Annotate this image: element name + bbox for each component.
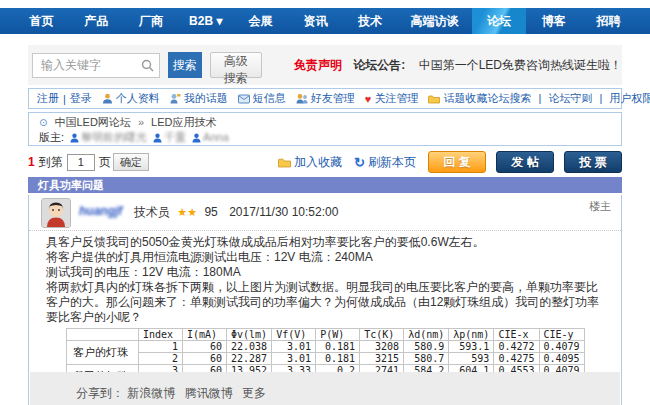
nav-tab-jobs[interactable]: 招聘 — [581, 8, 636, 34]
reply-button[interactable]: 回 复 — [428, 151, 486, 173]
moderators-label: 版主: — [39, 130, 64, 145]
login-link[interactable]: 登录 — [70, 91, 92, 106]
register-link[interactable]: 注册 — [37, 91, 59, 106]
moderators-row: 版主: 黎明前的曙光 千重 Anna — [39, 130, 611, 145]
post-paragraph: 将客户提供的灯具用恒流电源测试出电压：12V 电流：240MA — [46, 250, 607, 265]
nav-tab-news[interactable]: 资讯 — [288, 8, 343, 34]
advanced-search-button[interactable]: 高级搜索 — [210, 52, 262, 78]
table-cell: 580.9 — [404, 341, 449, 353]
share-link-sina[interactable]: 新浪微博 — [127, 386, 175, 400]
search-icon — [141, 58, 154, 76]
table-cell: 60 — [183, 353, 227, 365]
table-cell: 593.1 — [449, 341, 494, 353]
folder-icon — [428, 94, 440, 104]
nav-tab-home[interactable]: 首页 — [14, 8, 69, 34]
author-name[interactable]: huangjf — [79, 204, 122, 218]
share-link-more[interactable]: 更多 — [242, 386, 266, 400]
favorites-link[interactable]: 话题收藏 — [428, 91, 487, 106]
post-card: huangjf 技术员 ★★ 95 2017/11/30 10:52:00 楼主… — [28, 195, 622, 405]
search-band: 搜索 高级搜索 免责声明 论坛公告: 中国第一个LED免费咨询热线诞生啦！ — [28, 45, 622, 85]
table-header-cell: Vf(V) — [272, 329, 316, 341]
announcement-label: 论坛公告: — [353, 58, 405, 72]
refresh-icon: ↻ — [354, 155, 365, 170]
nav-tab-interviews[interactable]: 高端访谈 — [398, 8, 472, 34]
table-header-cell: CIE-y — [539, 329, 584, 341]
moderator-link[interactable]: 黎明前的曙光 — [70, 130, 147, 145]
avatar-image — [42, 199, 70, 227]
table-header-cell: Φv(lm) — [227, 329, 272, 341]
table-cell: 0.181 — [316, 353, 360, 365]
heart-icon: ♥ — [365, 93, 372, 105]
nav-tab-exhibition[interactable]: 会展 — [233, 8, 288, 34]
forum-rules-link[interactable]: 论坛守则 — [548, 92, 592, 104]
my-topics-link[interactable]: 我的话题 — [170, 91, 228, 106]
friends-icon — [296, 93, 308, 104]
nav-tab-forum[interactable]: 论坛 — [472, 8, 527, 34]
user-rights-link[interactable]: 用户权限 — [609, 92, 650, 104]
forum-home-link[interactable]: 中国LED网论坛 — [54, 116, 130, 128]
post-paragraph: 将两款灯具内的灯珠各拆下两颗，以上图片为测试数据。明显我司的电压要比客户的要高，… — [46, 280, 607, 325]
moderator-link[interactable]: Anna — [192, 130, 229, 145]
breadcrumb: ⊙ 中国LED网论坛 » LED应用技术 — [39, 115, 611, 130]
nav-tab-vendors[interactable]: 厂商 — [124, 8, 179, 34]
messages-link[interactable]: 短信息 — [238, 91, 286, 106]
moderator-icon — [153, 133, 162, 143]
table-cell: 1 — [139, 341, 183, 353]
moderator-link[interactable]: 千重 — [153, 130, 186, 145]
disclaimer-link[interactable]: 免责声明 — [294, 58, 342, 72]
nav-tab-products[interactable]: 产品 — [69, 8, 124, 34]
table-cell: 580.7 — [404, 353, 449, 365]
avatar[interactable] — [41, 198, 71, 228]
bullet-icon: ⊙ — [39, 117, 47, 128]
favorite-folder-icon — [278, 157, 291, 168]
table-cell: 3208 — [360, 341, 404, 353]
moderator-icon — [192, 133, 201, 143]
post-paragraph: 测试我司的电压：12V 电流：180MA — [46, 265, 607, 280]
share-link-tencent[interactable]: 腾讯微博 — [185, 386, 233, 400]
table-cell: 593 — [449, 353, 494, 365]
author-role: 技术员 — [134, 205, 170, 219]
share-label: 分享到： — [76, 386, 124, 400]
table-row: 26022.2873.010.1813215580.75930.42750.40… — [67, 353, 585, 365]
forum-search-link[interactable]: 论坛搜索 — [487, 92, 531, 104]
vote-button[interactable]: 投 票 — [564, 151, 622, 173]
profile-link[interactable]: 个人资料 — [102, 91, 160, 106]
add-favorite-link[interactable]: 加入收藏 — [278, 154, 342, 171]
friends-link[interactable]: 好友管理 — [296, 91, 355, 106]
author-stars-icon: ★★ — [177, 206, 197, 218]
topic-icon — [170, 93, 181, 104]
page-number[interactable]: 1 — [28, 155, 35, 169]
refresh-link[interactable]: ↻ 刷新本页 — [354, 154, 416, 171]
breadcrumb-box: ⊙ 中国LED网论坛 » LED应用技术 版主: 黎明前的曙光 千重 Anna — [28, 112, 622, 146]
table-cell: 2 — [139, 353, 183, 365]
post-paragraph: 具客户反馈我司的5050金黄光灯珠做成成品后相对功率要比客户的要低0.6W左右。 — [46, 235, 607, 250]
confirm-button[interactable]: 确定 — [113, 153, 149, 171]
section-link[interactable]: LED应用技术 — [151, 116, 216, 128]
table-cell: 0.4275 — [494, 353, 539, 365]
table-cell: 0.4079 — [539, 341, 584, 353]
moderator-icon — [70, 133, 79, 143]
post-button[interactable]: 发 帖 — [496, 151, 554, 173]
nav-tab-blog[interactable]: 博客 — [526, 8, 581, 34]
nav-tab-tech[interactable]: 技术 — [343, 8, 398, 34]
search-button[interactable]: 搜索 — [168, 52, 202, 78]
moderator-name: 黎明前的曙光 — [81, 130, 147, 145]
table-header-cell: I(mA) — [183, 329, 227, 341]
measurement-table-head: IndexI(mA)Φv(lm)Vf(V)P(W)Tc(K)λd(nm)λp(n… — [67, 329, 585, 341]
announcement-text[interactable]: 中国第一个LED免费咨询热线诞生啦！ — [419, 58, 622, 72]
nav-tab-b2b[interactable]: B2B ▾ — [178, 8, 233, 34]
userbar: 注册 | 登录 个人资料 我的话题 短信息 好友管理 ♥ 关注管理 话题收藏 论… — [28, 88, 622, 109]
page-input[interactable] — [67, 154, 95, 171]
table-header-cell: λd(nm) — [404, 329, 449, 341]
follow-link[interactable]: ♥ 关注管理 — [365, 91, 419, 106]
floor-badge: 楼主 — [589, 199, 611, 214]
announcement: 免责声明 论坛公告: 中国第一个LED免费咨询热线诞生啦！ — [294, 57, 622, 74]
post-timestamp: 2017/11/30 10:52:00 — [229, 205, 338, 219]
post-content: 具客户反馈我司的5050金黄光灯珠做成成品后相对功率要比客户的要低0.6W左右。… — [46, 235, 607, 389]
table-row: 客户的灯珠16022.0383.010.1813208580.9593.10.4… — [67, 341, 585, 353]
share-bar: 分享到： 新浪微博 腾讯微博 更多 — [30, 372, 620, 405]
table-header-cell: Tc(K) — [360, 329, 404, 341]
author-score: 95 — [204, 205, 217, 219]
table-header-cell: λp(nm) — [449, 329, 494, 341]
table-cell: 0.4272 — [494, 341, 539, 353]
